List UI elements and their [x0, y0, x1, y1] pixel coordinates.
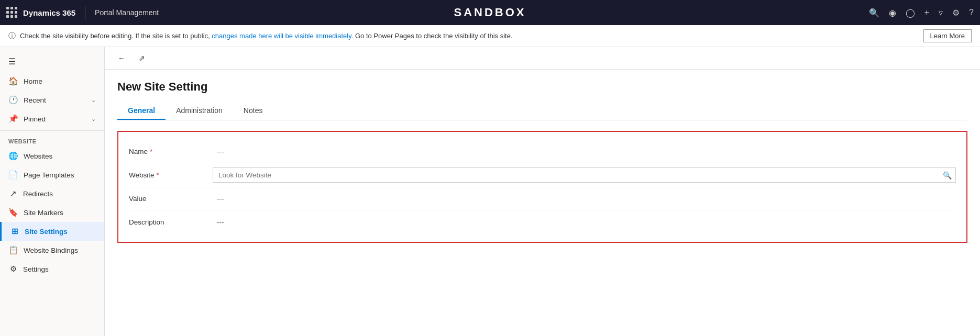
globe-icon: 🌐	[8, 151, 18, 161]
sidebar-label-pinned: Pinned	[24, 115, 46, 123]
form-row-website: Website * 🔍	[129, 163, 956, 187]
app-body: ☰ 🏠 Home 🕐 Recent ⌄ 📌 Pinned ⌄ Website 🌐…	[0, 47, 980, 336]
sidebar-item-website-bindings[interactable]: 📋 Website Bindings	[0, 241, 104, 260]
field-name-value[interactable]: ---	[213, 148, 956, 155]
sidebar-item-redirects[interactable]: ↗ Redirects	[0, 184, 104, 203]
help-icon[interactable]: ?	[969, 8, 974, 17]
sidebar-label-settings: Settings	[23, 265, 49, 273]
marker-icon: 🔖	[8, 208, 18, 217]
sidebar-label-site-markers: Site Markers	[24, 209, 63, 217]
redirect-icon: ↗	[8, 189, 18, 198]
form-row-name: Name * ---	[129, 140, 956, 163]
tab-administration[interactable]: Administration	[166, 102, 233, 120]
sidebar-item-recent[interactable]: 🕐 Recent ⌄	[0, 91, 104, 109]
sidebar-item-site-settings[interactable]: ⊞ Site Settings	[0, 222, 104, 241]
info-message: Check the site visibility before editing…	[20, 32, 513, 40]
sidebar: ☰ 🏠 Home 🕐 Recent ⌄ 📌 Pinned ⌄ Website 🌐…	[0, 47, 105, 336]
website-lookup-input[interactable]	[213, 167, 956, 183]
page-icon: 📄	[8, 170, 18, 180]
info-link[interactable]: changes made here will be visible immedi…	[212, 32, 353, 40]
sidebar-label-site-settings: Site Settings	[25, 228, 68, 236]
learn-more-button[interactable]: Learn More	[923, 29, 972, 42]
content-toolbar: ← ⇗	[105, 47, 980, 70]
search-icon[interactable]: 🔍	[869, 8, 879, 18]
grid-icon: ⊞	[10, 227, 19, 236]
filter-icon[interactable]: ▿	[939, 8, 943, 18]
sidebar-item-site-markers[interactable]: 🔖 Site Markers	[0, 203, 104, 222]
label-name: Name *	[129, 148, 213, 155]
field-value-value[interactable]: ---	[213, 195, 956, 203]
website-search-icon[interactable]: 🔍	[943, 171, 952, 180]
home-icon: 🏠	[8, 76, 18, 86]
tab-general[interactable]: General	[117, 102, 166, 120]
settings-icon: ⚙	[8, 264, 18, 274]
sidebar-label-recent: Recent	[24, 96, 46, 104]
form-section: Name * --- Website * 🔍	[117, 131, 967, 243]
target-icon[interactable]: ◉	[889, 8, 896, 18]
topbar: Dynamics 365 Portal Management SANDBOX 🔍…	[0, 0, 980, 25]
sidebar-label-page-templates: Page Templates	[24, 171, 74, 179]
sidebar-label-websites: Websites	[24, 152, 52, 160]
sidebar-label-website-bindings: Website Bindings	[24, 247, 78, 254]
tab-bar: General Administration Notes	[117, 102, 967, 120]
pin-icon: 📌	[8, 114, 18, 124]
binding-icon: 📋	[8, 245, 18, 255]
recent-icon: 🕐	[8, 95, 18, 105]
label-description: Description	[129, 218, 213, 226]
sidebar-item-settings[interactable]: ⚙ Settings	[0, 260, 104, 278]
sidebar-item-pinned[interactable]: 📌 Pinned ⌄	[0, 109, 104, 128]
sidebar-label-home: Home	[24, 77, 42, 85]
sandbox-title: SANDBOX	[454, 6, 526, 19]
label-website: Website *	[129, 171, 213, 179]
website-input-wrap: 🔍	[213, 167, 956, 183]
field-description-value[interactable]: ---	[213, 218, 956, 226]
page-content: New Site Setting General Administration …	[105, 70, 980, 253]
topbar-icons: 🔍 ◉ ◯ + ▿ ⚙ ?	[869, 8, 974, 18]
page-title: New Site Setting	[117, 80, 967, 94]
back-button[interactable]: ←	[113, 51, 130, 65]
sidebar-item-home[interactable]: 🏠 Home	[0, 72, 104, 91]
sidebar-label-redirects: Redirects	[23, 190, 53, 198]
hamburger-menu[interactable]: ☰	[0, 51, 104, 72]
sidebar-item-page-templates[interactable]: 📄 Page Templates	[0, 165, 104, 184]
form-row-description: Description ---	[129, 210, 956, 233]
module-name: Portal Management	[95, 8, 159, 17]
content-area: ← ⇗ New Site Setting General Administrat…	[105, 47, 980, 336]
required-star-name: *	[150, 148, 152, 155]
chevron-down-icon: ⌄	[91, 97, 96, 104]
required-star-website: *	[157, 171, 159, 179]
gear-icon[interactable]: ⚙	[952, 8, 960, 18]
chevron-down-icon: ⌄	[91, 116, 96, 122]
sidebar-section-website: Website	[0, 133, 104, 147]
apps-launcher[interactable]	[6, 7, 18, 18]
info-icon: ⓘ	[8, 31, 16, 41]
external-link-button[interactable]: ⇗	[134, 51, 150, 65]
tab-notes[interactable]: Notes	[233, 102, 273, 120]
sidebar-item-websites[interactable]: 🌐 Websites	[0, 147, 104, 165]
info-banner: ⓘ Check the site visibility before editi…	[0, 25, 980, 47]
bell-icon[interactable]: ◯	[906, 8, 915, 18]
plus-icon[interactable]: +	[924, 8, 929, 17]
label-value: Value	[129, 195, 213, 203]
brand-name: Dynamics 365	[23, 8, 75, 17]
form-row-value: Value ---	[129, 187, 956, 210]
